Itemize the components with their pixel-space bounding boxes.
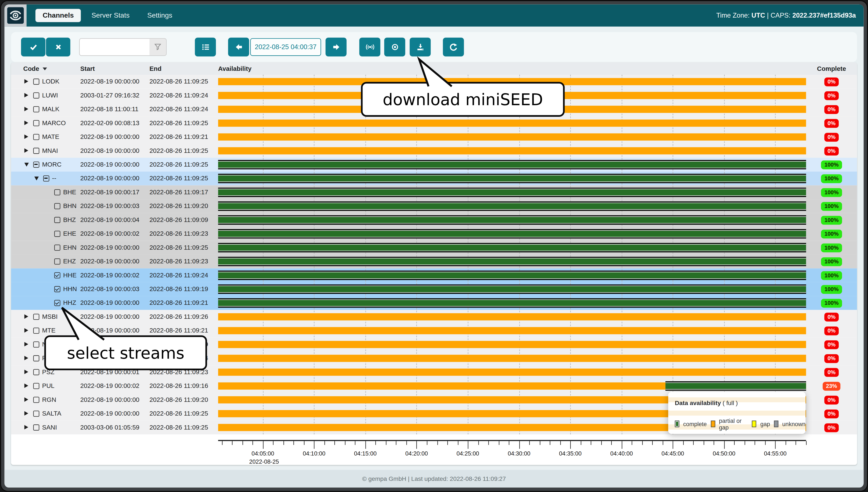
expand-icon[interactable] — [24, 425, 28, 429]
stream-list-button[interactable] — [195, 38, 216, 56]
list-icon — [201, 43, 210, 51]
realtime-button[interactable] — [359, 38, 380, 56]
refresh-button[interactable] — [443, 38, 464, 56]
header-code[interactable]: Code — [23, 63, 47, 75]
row-code: BHZ — [63, 213, 76, 227]
row-checkbox[interactable] — [54, 231, 61, 237]
row-checkbox[interactable] — [54, 217, 61, 223]
header-end[interactable]: End — [149, 63, 162, 75]
expand-icon[interactable] — [24, 107, 28, 112]
table-row-MATE[interactable]: MATE2022-08-19 00:00:002022-08-26 11:09:… — [11, 130, 857, 144]
row-end-time: 2022-08-26 11:09:21 — [149, 296, 208, 310]
row-checkbox[interactable] — [54, 272, 61, 278]
major-tick — [263, 441, 264, 449]
table-row-BHE[interactable]: BHE2022-08-19 00:00:172022-08-26 11:09:1… — [11, 186, 857, 199]
row-checkbox[interactable] — [33, 383, 39, 389]
table-row-MNAI[interactable]: MNAI2022-08-19 00:00:002022-08-26 11:09:… — [11, 144, 857, 157]
window-frame: Channels Server Stats Settings Time Zone… — [0, 0, 868, 492]
view-data-button[interactable] — [384, 38, 405, 56]
row-checkbox[interactable] — [33, 397, 39, 403]
table-row-HHN[interactable]: HHN2022-08-19 00:00:032022-08-26 11:09:1… — [11, 282, 857, 296]
header-start[interactable]: Start — [80, 63, 95, 75]
row-checkbox[interactable] — [54, 245, 61, 250]
row-checkbox[interactable] — [54, 203, 61, 209]
expand-icon[interactable] — [24, 397, 28, 402]
time-gridline — [570, 75, 571, 435]
row-checkbox[interactable] — [33, 120, 39, 126]
complete-badge: 100% — [821, 202, 842, 211]
time-step-forward-button[interactable] — [326, 38, 346, 56]
deselect-all-button[interactable] — [46, 38, 70, 56]
complete-badge: 0% — [824, 132, 839, 141]
legend-label: gap — [761, 420, 770, 427]
complete-cell: 0% — [808, 130, 855, 144]
expand-icon[interactable] — [24, 411, 28, 416]
row-checkbox[interactable] — [33, 355, 39, 361]
row-start-time: 2022-08-19 00:00:03 — [80, 282, 139, 296]
expand-icon[interactable] — [24, 356, 28, 361]
table-row-PUL[interactable]: PUL2022-08-19 00:00:022022-08-26 11:09:1… — [11, 379, 857, 393]
row-checkbox[interactable] — [33, 411, 39, 417]
row-checkbox[interactable] — [54, 286, 61, 292]
row-checkbox[interactable] — [54, 259, 61, 265]
major-tick — [673, 441, 673, 449]
expand-icon[interactable] — [24, 384, 28, 388]
table-row-[interactable]: --2022-08-19 00:00:002022-08-26 11:09:25… — [11, 172, 857, 185]
row-checkbox[interactable] — [33, 327, 39, 334]
expand-icon[interactable] — [24, 121, 28, 125]
datetime-field[interactable]: 2022-08-25 04:00:37 — [250, 38, 321, 56]
tab-server-stats[interactable]: Server Stats — [85, 9, 137, 22]
major-tick — [622, 441, 622, 449]
expand-icon[interactable] — [24, 93, 28, 97]
tab-channels[interactable]: Channels — [35, 9, 81, 22]
expand-icon[interactable] — [24, 370, 28, 374]
expand-icon[interactable] — [24, 134, 28, 139]
row-checkbox[interactable] — [54, 189, 61, 195]
table-row-MSBI[interactable]: MSBI2022-08-19 00:00:002022-08-26 11:09:… — [11, 310, 857, 324]
minor-tick — [242, 441, 243, 445]
expand-icon[interactable] — [24, 79, 28, 84]
expand-icon[interactable] — [24, 342, 28, 346]
minor-tick — [703, 441, 704, 445]
table-row-HHZ[interactable]: HHZ2022-08-19 00:00:002022-08-26 11:09:2… — [11, 296, 857, 310]
table-row-BHN[interactable]: BHN2022-08-19 00:00:032022-08-26 11:09:2… — [11, 199, 857, 213]
row-checkbox[interactable] — [33, 162, 39, 168]
expand-icon[interactable] — [24, 314, 28, 319]
collapse-icon[interactable] — [24, 163, 29, 167]
table-row-EHN[interactable]: EHN2022-08-19 00:00:002022-08-26 11:09:2… — [11, 241, 857, 254]
download-miniseed-button[interactable] — [410, 38, 431, 56]
complete-badge: 100% — [821, 160, 842, 169]
time-step-back-button[interactable] — [228, 38, 249, 56]
row-checkbox[interactable] — [33, 93, 39, 99]
table-row-EHE[interactable]: EHE2022-08-19 00:00:022022-08-26 11:09:2… — [11, 227, 857, 241]
timezone-label: Time Zone: — [716, 11, 751, 19]
expand-icon[interactable] — [24, 328, 28, 333]
table-row-MORC[interactable]: MORC2022-08-19 00:00:002022-08-26 11:09:… — [11, 158, 857, 172]
row-checkbox[interactable] — [33, 106, 39, 112]
minor-tick — [642, 441, 643, 445]
row-checkbox[interactable] — [33, 79, 39, 84]
row-checkbox[interactable] — [33, 342, 39, 347]
tab-settings[interactable]: Settings — [140, 9, 179, 22]
expand-icon[interactable] — [24, 148, 28, 153]
row-checkbox[interactable] — [54, 300, 61, 306]
table-row-HHE[interactable]: HHE2022-08-19 00:00:022022-08-26 11:09:2… — [11, 268, 857, 282]
table-row-MARCO[interactable]: MARCO2022-02-09 00:08:132022-08-26 11:09… — [11, 116, 857, 130]
complete-cell: 0% — [808, 324, 855, 338]
filter-input[interactable] — [80, 39, 149, 55]
row-checkbox[interactable] — [33, 134, 39, 140]
row-checkbox[interactable] — [33, 314, 39, 320]
row-start-time: 2022-08-19 00:00:00 — [80, 130, 139, 144]
row-checkbox[interactable] — [33, 424, 39, 430]
time-gridline — [673, 75, 673, 435]
table-row-EHZ[interactable]: EHZ2022-08-19 00:00:002022-08-26 11:09:2… — [11, 254, 857, 268]
filter-funnel-button[interactable] — [149, 39, 166, 55]
table-row-BHZ[interactable]: BHZ2022-08-19 00:00:042022-08-26 11:09:0… — [11, 213, 857, 227]
row-checkbox[interactable] — [33, 148, 39, 154]
select-all-button[interactable] — [21, 38, 45, 56]
row-checkbox[interactable] — [43, 175, 49, 181]
row-checkbox[interactable] — [33, 369, 39, 375]
row-end-time: 2022-08-26 11:09:19 — [149, 282, 208, 296]
header-complete[interactable]: Complete — [808, 63, 855, 75]
collapse-icon[interactable] — [34, 176, 39, 180]
